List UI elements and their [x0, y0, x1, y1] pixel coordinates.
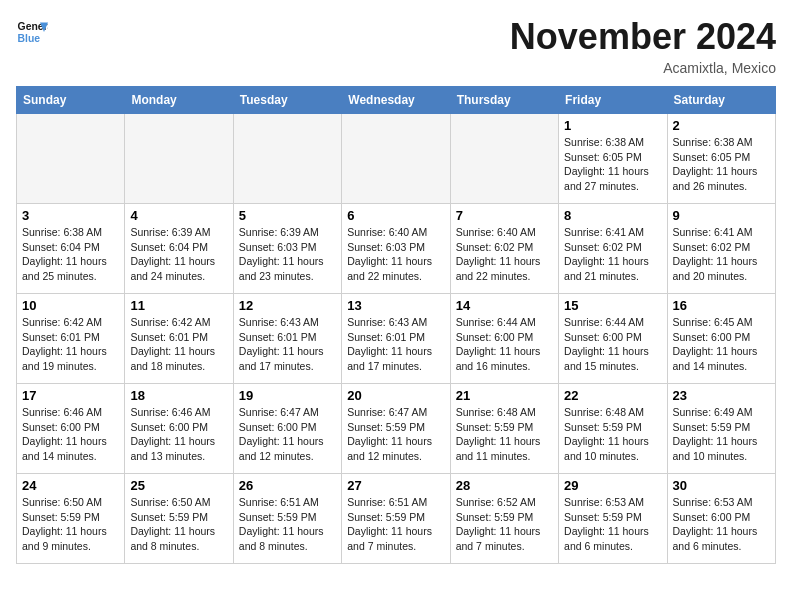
- page-header: General Blue November 2024 Acamixtla, Me…: [16, 16, 776, 76]
- day-number: 21: [456, 388, 553, 403]
- day-number: 15: [564, 298, 661, 313]
- day-info: Sunrise: 6:50 AM Sunset: 5:59 PM Dayligh…: [130, 495, 227, 554]
- day-info: Sunrise: 6:41 AM Sunset: 6:02 PM Dayligh…: [564, 225, 661, 284]
- weekday-header-row: SundayMondayTuesdayWednesdayThursdayFrid…: [17, 87, 776, 114]
- day-info: Sunrise: 6:53 AM Sunset: 5:59 PM Dayligh…: [564, 495, 661, 554]
- calendar-cell: 19Sunrise: 6:47 AM Sunset: 6:00 PM Dayli…: [233, 384, 341, 474]
- logo-icon: General Blue: [16, 16, 48, 48]
- day-number: 22: [564, 388, 661, 403]
- day-info: Sunrise: 6:48 AM Sunset: 5:59 PM Dayligh…: [456, 405, 553, 464]
- calendar-cell: 3Sunrise: 6:38 AM Sunset: 6:04 PM Daylig…: [17, 204, 125, 294]
- calendar-cell: 12Sunrise: 6:43 AM Sunset: 6:01 PM Dayli…: [233, 294, 341, 384]
- calendar-cell: 8Sunrise: 6:41 AM Sunset: 6:02 PM Daylig…: [559, 204, 667, 294]
- calendar-cell: [342, 114, 450, 204]
- logo: General Blue: [16, 16, 48, 48]
- calendar-cell: 10Sunrise: 6:42 AM Sunset: 6:01 PM Dayli…: [17, 294, 125, 384]
- day-number: 19: [239, 388, 336, 403]
- calendar-cell: 20Sunrise: 6:47 AM Sunset: 5:59 PM Dayli…: [342, 384, 450, 474]
- calendar-cell: 17Sunrise: 6:46 AM Sunset: 6:00 PM Dayli…: [17, 384, 125, 474]
- day-number: 7: [456, 208, 553, 223]
- weekday-header-monday: Monday: [125, 87, 233, 114]
- title-area: November 2024 Acamixtla, Mexico: [510, 16, 776, 76]
- day-number: 20: [347, 388, 444, 403]
- day-number: 28: [456, 478, 553, 493]
- day-number: 25: [130, 478, 227, 493]
- calendar-cell: 1Sunrise: 6:38 AM Sunset: 6:05 PM Daylig…: [559, 114, 667, 204]
- weekday-header-friday: Friday: [559, 87, 667, 114]
- day-info: Sunrise: 6:38 AM Sunset: 6:04 PM Dayligh…: [22, 225, 119, 284]
- day-info: Sunrise: 6:43 AM Sunset: 6:01 PM Dayligh…: [347, 315, 444, 374]
- calendar-cell: 9Sunrise: 6:41 AM Sunset: 6:02 PM Daylig…: [667, 204, 775, 294]
- day-info: Sunrise: 6:43 AM Sunset: 6:01 PM Dayligh…: [239, 315, 336, 374]
- week-row-2: 3Sunrise: 6:38 AM Sunset: 6:04 PM Daylig…: [17, 204, 776, 294]
- calendar-cell: 15Sunrise: 6:44 AM Sunset: 6:00 PM Dayli…: [559, 294, 667, 384]
- calendar-cell: 21Sunrise: 6:48 AM Sunset: 5:59 PM Dayli…: [450, 384, 558, 474]
- day-info: Sunrise: 6:42 AM Sunset: 6:01 PM Dayligh…: [22, 315, 119, 374]
- day-info: Sunrise: 6:46 AM Sunset: 6:00 PM Dayligh…: [130, 405, 227, 464]
- day-info: Sunrise: 6:39 AM Sunset: 6:04 PM Dayligh…: [130, 225, 227, 284]
- day-info: Sunrise: 6:47 AM Sunset: 6:00 PM Dayligh…: [239, 405, 336, 464]
- weekday-header-sunday: Sunday: [17, 87, 125, 114]
- week-row-3: 10Sunrise: 6:42 AM Sunset: 6:01 PM Dayli…: [17, 294, 776, 384]
- calendar-cell: 22Sunrise: 6:48 AM Sunset: 5:59 PM Dayli…: [559, 384, 667, 474]
- day-number: 5: [239, 208, 336, 223]
- day-info: Sunrise: 6:44 AM Sunset: 6:00 PM Dayligh…: [456, 315, 553, 374]
- calendar-cell: 2Sunrise: 6:38 AM Sunset: 6:05 PM Daylig…: [667, 114, 775, 204]
- calendar-cell: 28Sunrise: 6:52 AM Sunset: 5:59 PM Dayli…: [450, 474, 558, 564]
- day-info: Sunrise: 6:51 AM Sunset: 5:59 PM Dayligh…: [347, 495, 444, 554]
- week-row-1: 1Sunrise: 6:38 AM Sunset: 6:05 PM Daylig…: [17, 114, 776, 204]
- day-info: Sunrise: 6:40 AM Sunset: 6:02 PM Dayligh…: [456, 225, 553, 284]
- weekday-header-wednesday: Wednesday: [342, 87, 450, 114]
- weekday-header-saturday: Saturday: [667, 87, 775, 114]
- calendar-cell: 13Sunrise: 6:43 AM Sunset: 6:01 PM Dayli…: [342, 294, 450, 384]
- calendar-cell: 29Sunrise: 6:53 AM Sunset: 5:59 PM Dayli…: [559, 474, 667, 564]
- day-info: Sunrise: 6:50 AM Sunset: 5:59 PM Dayligh…: [22, 495, 119, 554]
- day-info: Sunrise: 6:45 AM Sunset: 6:00 PM Dayligh…: [673, 315, 770, 374]
- day-number: 12: [239, 298, 336, 313]
- calendar: SundayMondayTuesdayWednesdayThursdayFrid…: [16, 86, 776, 564]
- day-info: Sunrise: 6:49 AM Sunset: 5:59 PM Dayligh…: [673, 405, 770, 464]
- calendar-cell: 25Sunrise: 6:50 AM Sunset: 5:59 PM Dayli…: [125, 474, 233, 564]
- day-number: 30: [673, 478, 770, 493]
- day-number: 18: [130, 388, 227, 403]
- day-number: 4: [130, 208, 227, 223]
- month-title: November 2024: [510, 16, 776, 58]
- calendar-cell: 18Sunrise: 6:46 AM Sunset: 6:00 PM Dayli…: [125, 384, 233, 474]
- day-number: 13: [347, 298, 444, 313]
- calendar-cell: [125, 114, 233, 204]
- day-number: 1: [564, 118, 661, 133]
- day-info: Sunrise: 6:42 AM Sunset: 6:01 PM Dayligh…: [130, 315, 227, 374]
- day-info: Sunrise: 6:53 AM Sunset: 6:00 PM Dayligh…: [673, 495, 770, 554]
- day-number: 3: [22, 208, 119, 223]
- calendar-cell: 24Sunrise: 6:50 AM Sunset: 5:59 PM Dayli…: [17, 474, 125, 564]
- calendar-cell: 26Sunrise: 6:51 AM Sunset: 5:59 PM Dayli…: [233, 474, 341, 564]
- calendar-cell: 6Sunrise: 6:40 AM Sunset: 6:03 PM Daylig…: [342, 204, 450, 294]
- calendar-cell: 4Sunrise: 6:39 AM Sunset: 6:04 PM Daylig…: [125, 204, 233, 294]
- day-number: 6: [347, 208, 444, 223]
- weekday-header-tuesday: Tuesday: [233, 87, 341, 114]
- day-info: Sunrise: 6:40 AM Sunset: 6:03 PM Dayligh…: [347, 225, 444, 284]
- day-number: 23: [673, 388, 770, 403]
- day-number: 26: [239, 478, 336, 493]
- day-number: 11: [130, 298, 227, 313]
- day-number: 10: [22, 298, 119, 313]
- day-number: 9: [673, 208, 770, 223]
- day-number: 16: [673, 298, 770, 313]
- calendar-cell: 7Sunrise: 6:40 AM Sunset: 6:02 PM Daylig…: [450, 204, 558, 294]
- day-info: Sunrise: 6:38 AM Sunset: 6:05 PM Dayligh…: [673, 135, 770, 194]
- day-info: Sunrise: 6:41 AM Sunset: 6:02 PM Dayligh…: [673, 225, 770, 284]
- day-number: 24: [22, 478, 119, 493]
- calendar-cell: 27Sunrise: 6:51 AM Sunset: 5:59 PM Dayli…: [342, 474, 450, 564]
- calendar-cell: 11Sunrise: 6:42 AM Sunset: 6:01 PM Dayli…: [125, 294, 233, 384]
- day-info: Sunrise: 6:52 AM Sunset: 5:59 PM Dayligh…: [456, 495, 553, 554]
- calendar-cell: 23Sunrise: 6:49 AM Sunset: 5:59 PM Dayli…: [667, 384, 775, 474]
- day-number: 14: [456, 298, 553, 313]
- calendar-cell: 30Sunrise: 6:53 AM Sunset: 6:00 PM Dayli…: [667, 474, 775, 564]
- day-info: Sunrise: 6:38 AM Sunset: 6:05 PM Dayligh…: [564, 135, 661, 194]
- day-number: 8: [564, 208, 661, 223]
- weekday-header-thursday: Thursday: [450, 87, 558, 114]
- day-number: 27: [347, 478, 444, 493]
- day-info: Sunrise: 6:46 AM Sunset: 6:00 PM Dayligh…: [22, 405, 119, 464]
- day-info: Sunrise: 6:47 AM Sunset: 5:59 PM Dayligh…: [347, 405, 444, 464]
- svg-text:Blue: Blue: [18, 33, 41, 44]
